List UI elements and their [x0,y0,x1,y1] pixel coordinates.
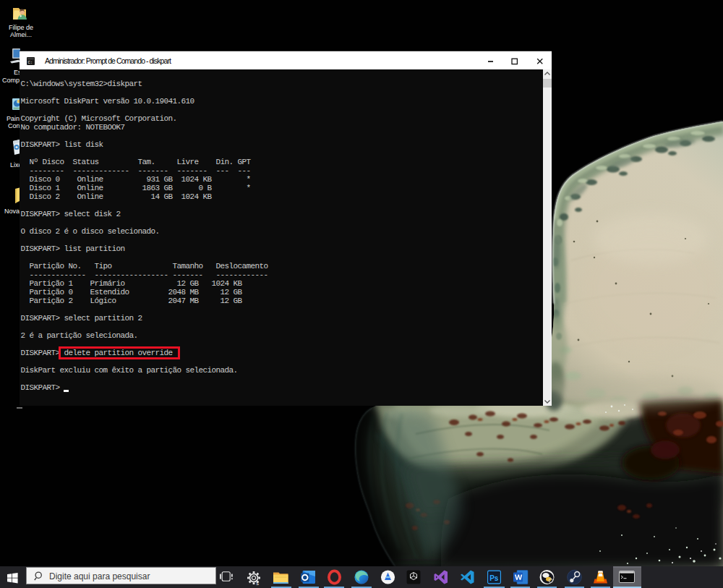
svg-text:Ps: Ps [489,574,499,582]
svg-text:C:: C: [27,60,33,65]
svg-text:s: s [256,580,259,587]
